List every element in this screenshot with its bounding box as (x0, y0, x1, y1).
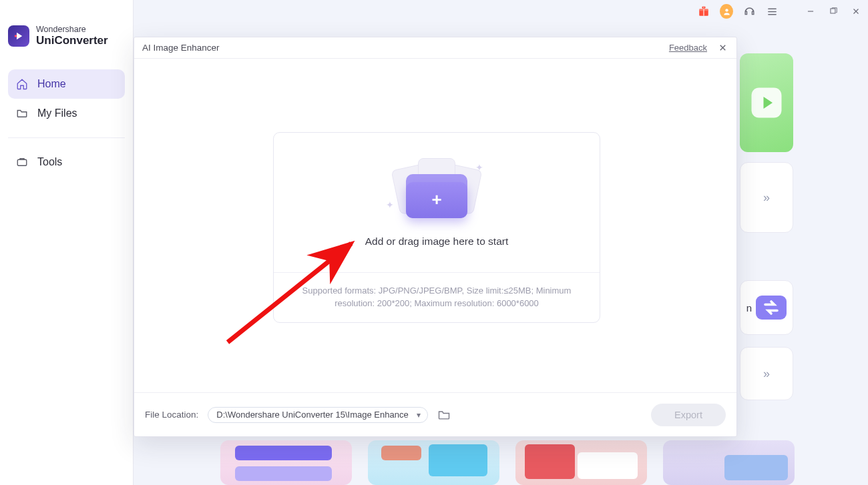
dialog-title: AI Image Enhancer (142, 43, 220, 53)
brand-text: Wondershare UniConverter (36, 25, 108, 47)
bg-card-expand[interactable]: » (740, 162, 793, 233)
bg-card-expand-2[interactable]: » (740, 347, 793, 400)
export-button-label: Export (674, 410, 702, 420)
svg-rect-5 (703, 9, 704, 16)
sidebar: Wondershare UniConverter Home My Files T… (0, 0, 134, 485)
dialog-header: AI Image Enhancer Feedback (134, 37, 736, 59)
svg-point-0 (15, 35, 17, 37)
svg-point-6 (725, 9, 728, 11)
ai-image-enhancer-dialog: AI Image Enhancer Feedback + ✦✦ Add or d… (134, 37, 737, 437)
home-icon (16, 78, 28, 90)
thumbnail-card[interactable] (220, 440, 352, 485)
svg-rect-7 (831, 9, 835, 13)
bg-card-label: n (746, 302, 752, 314)
dialog-footer: File Location: D:\Wondershare UniConvert… (134, 392, 736, 436)
gift-icon[interactable] (697, 5, 710, 18)
brand-name: UniConverter (36, 35, 108, 47)
drop-zone[interactable]: + ✦✦ Add or drag image here to start Sup… (273, 132, 600, 323)
window-close-button[interactable] (849, 5, 863, 18)
headset-icon[interactable] (742, 5, 756, 18)
sidebar-item-label: My Files (37, 107, 77, 119)
sidebar-item-home[interactable]: Home (8, 69, 125, 99)
drop-zone-info: Supported formats: JPG/PNG/JPEG/BMP, Siz… (274, 272, 600, 322)
file-location-value: D:\Wondershare UniConverter 15\Image Enh… (216, 410, 408, 420)
nav: Home My Files (0, 69, 133, 128)
menu-icon[interactable] (765, 5, 779, 18)
swap-icon (756, 296, 787, 320)
dialog-body: + ✦✦ Add or drag image here to start Sup… (134, 59, 736, 392)
drop-folder-icon: + ✦✦ (390, 158, 483, 218)
bg-card-green[interactable] (740, 53, 793, 152)
brand-small: Wondershare (36, 25, 108, 34)
nav-separator (8, 137, 125, 138)
browse-folder-button[interactable] (437, 408, 451, 422)
file-location-label: File Location: (145, 410, 198, 420)
feedback-link[interactable]: Feedback (669, 43, 707, 53)
thumbnail-card[interactable] (515, 440, 647, 485)
avatar-icon[interactable] (720, 5, 733, 18)
titlebar (697, 3, 863, 20)
folder-icon (16, 107, 28, 119)
svg-rect-1 (17, 159, 27, 165)
play-card-icon (748, 85, 785, 121)
thumbnail-card[interactable] (663, 440, 795, 485)
thumbnail-card[interactable] (368, 440, 499, 485)
drop-zone-top: + ✦✦ Add or drag image here to start (274, 133, 600, 272)
dialog-close-button[interactable] (716, 42, 728, 54)
export-button[interactable]: Export (651, 404, 726, 426)
sidebar-item-tools[interactable]: Tools (8, 147, 125, 177)
sidebar-item-myfiles[interactable]: My Files (8, 99, 125, 128)
maximize-button[interactable] (827, 5, 840, 18)
tools-icon (16, 156, 28, 168)
sidebar-item-label: Tools (37, 156, 62, 168)
drop-zone-text: Add or drag image here to start (365, 235, 509, 248)
brand-logo-icon (8, 25, 29, 47)
thumbnail-row (220, 440, 795, 485)
file-location-select[interactable]: D:\Wondershare UniConverter 15\Image Enh… (208, 407, 428, 423)
sidebar-item-label: Home (37, 78, 66, 90)
bg-card-feature[interactable]: n (740, 280, 793, 335)
nav-secondary: Tools (0, 147, 133, 177)
chevron-right-icon: » (763, 191, 770, 205)
brand: Wondershare UniConverter (0, 0, 133, 65)
chevron-right-icon: » (763, 367, 770, 381)
minimize-button[interactable] (804, 5, 817, 18)
